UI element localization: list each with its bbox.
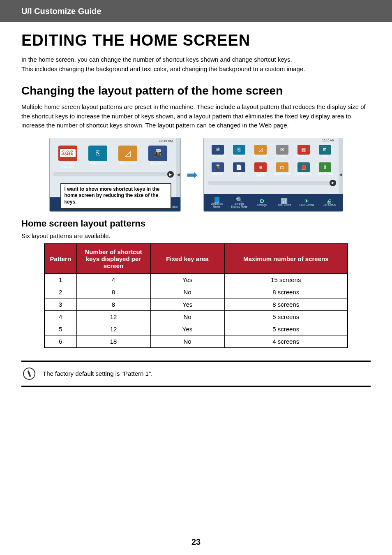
table-cell: 5 screens bbox=[224, 323, 348, 335]
content: EDITING THE HOME SCREEN In the home scre… bbox=[0, 32, 392, 387]
section-body: Multiple home screen layout patterns are… bbox=[21, 102, 371, 130]
table-cell: Yes bbox=[150, 298, 224, 310]
table-cell: No bbox=[150, 335, 224, 348]
mock-time: 10:15 AM bbox=[159, 139, 173, 143]
table-cell: 6 bbox=[44, 335, 76, 348]
shortcut-label: Easy Copy bbox=[233, 155, 245, 161]
bottom-enlarge: 🔍Enlarge Display Mode bbox=[230, 197, 248, 208]
intro-paragraph: In the home screen, you can change the n… bbox=[21, 55, 371, 74]
shortcut-label: CLOUD PORTAL bbox=[56, 162, 79, 169]
intro-line-1: In the home screen, you can change the n… bbox=[21, 56, 292, 63]
job-status-icon: 🖨 bbox=[326, 198, 332, 204]
table-row: 512Yes5 screens bbox=[44, 323, 348, 335]
page-number: 23 bbox=[0, 537, 392, 547]
mock-page-indicator bbox=[53, 172, 173, 176]
note-text: The factory default setting is "Pattern … bbox=[43, 370, 152, 377]
shortcut-easy-copy: ⎘ Easy Copy bbox=[86, 146, 109, 169]
table-row: 38Yes8 screens bbox=[44, 298, 348, 310]
table-row: 28No8 screens bbox=[44, 286, 348, 298]
page-heading: EDITING THE HOME SCREEN bbox=[21, 32, 371, 49]
shortcut-label: E-mail bbox=[278, 155, 286, 161]
shortcut-label: FTP/Desktop bbox=[210, 155, 226, 161]
shortcut-label: Easy Scan bbox=[120, 162, 136, 166]
easy-copy-icon: ⎘ bbox=[88, 146, 107, 161]
bottom-settings: ⚙Settings bbox=[253, 198, 271, 207]
page: U/I Customize Guide EDITING THE HOME SCR… bbox=[0, 0, 392, 555]
table-cell: 8 screens bbox=[224, 298, 348, 310]
section-heading: Changing the layout pattern of the home … bbox=[21, 84, 371, 97]
bottom-label: Job Status bbox=[323, 204, 336, 207]
ftp-icon: 🖥 bbox=[212, 145, 224, 155]
shortcut-label: CLOUD PORTAL bbox=[251, 173, 270, 178]
mock-time: 10:15 AM bbox=[322, 139, 334, 142]
note-pencil-icon bbox=[21, 365, 37, 381]
copy-icon: 🗎 bbox=[319, 145, 331, 155]
figure-row: 10:15 AM ◀ ≡CLOUD≡PORTAL CLOUD PORTAL ⎘ … bbox=[21, 138, 371, 212]
table-cell: 15 screens bbox=[224, 273, 348, 286]
easy-fax-icon: 📠 bbox=[212, 162, 224, 172]
table-cell: 1 bbox=[44, 273, 76, 286]
mock-home-screen-large: 10:15 AM ◀ ≡CLOUD≡PORTAL CLOUD PORTAL ⎘ … bbox=[49, 138, 181, 212]
shortcut-label: Easy Fax bbox=[151, 162, 164, 166]
shortcut-label: Copy bbox=[322, 155, 328, 161]
table-row: 618No4 screens bbox=[44, 335, 348, 348]
table-cell: 8 bbox=[76, 298, 150, 310]
patterns-intro: Six layout patterns are available. bbox=[21, 232, 371, 239]
shortcut-label: Scan to HDD bbox=[317, 173, 333, 178]
table-cell: 3 bbox=[44, 298, 76, 310]
shortcut-label: Network Folder bbox=[273, 173, 291, 178]
easy-scan-icon: ◿ bbox=[118, 146, 137, 161]
mock-icon-grid: 🖥FTP/Desktop ⎘Easy Copy ◿Easy Scan ✉E-ma… bbox=[204, 143, 343, 180]
email-icon: ✉ bbox=[276, 145, 288, 155]
table-cell: 2 bbox=[44, 286, 76, 298]
subsection-heading: Home screen layout patterns bbox=[21, 218, 371, 229]
easy-fax-icon: 📠 bbox=[148, 146, 167, 161]
shortcut-cloud-portal: ≡CLOUD≡PORTAL CLOUD PORTAL bbox=[56, 146, 79, 169]
table-row: 14Yes15 screens bbox=[44, 273, 348, 286]
bottom-label: Enlarge Display Mode bbox=[230, 203, 248, 208]
th-fixed: Fixed key area bbox=[150, 244, 224, 274]
table-cell: 12 bbox=[76, 323, 150, 335]
transition-arrow-icon: ➡ bbox=[187, 167, 198, 183]
table-cell: 4 bbox=[44, 310, 76, 323]
shortcut-label: Sharp OSA bbox=[297, 155, 311, 161]
mock-icon-row: ≡CLOUD≡PORTAL CLOUD PORTAL ⎘ Easy Copy ◿… bbox=[50, 144, 180, 170]
bottom-label: Operation Guide bbox=[208, 203, 226, 208]
layout-patterns-table: Pattern Number of shortcut keys displaye… bbox=[44, 243, 348, 348]
header-bar: U/I Customize Guide bbox=[0, 0, 392, 22]
table-cell: Yes bbox=[150, 323, 224, 335]
bottom-job-status: 🖨Job Status bbox=[320, 198, 338, 207]
shortcut-label: Easy Copy bbox=[90, 162, 106, 166]
th-max: Maximum number of screens bbox=[224, 244, 348, 274]
bottom-lcd-control: ☀LCD Control bbox=[298, 198, 316, 207]
table-cell: No bbox=[150, 310, 224, 323]
table-cell: Yes bbox=[150, 273, 224, 286]
shortcut-label: Easy Fax bbox=[212, 173, 223, 178]
lcd-icon: ☀ bbox=[304, 198, 309, 204]
table-cell: 12 bbox=[76, 310, 150, 323]
mock-bottom-bar: 📘Operation Guide 🔍Enlarge Display Mode ⚙… bbox=[204, 194, 343, 211]
shortcut-easy-scan: ◿ Easy Scan bbox=[116, 146, 139, 169]
easy-copy-icon: ⎘ bbox=[233, 145, 245, 155]
th-keys: Number of shortcut keys displayed per sc… bbox=[76, 244, 150, 274]
th-pattern: Pattern bbox=[44, 244, 76, 274]
table-cell: 5 bbox=[44, 323, 76, 335]
bottom-total-count: 🔢Total Count bbox=[275, 198, 293, 207]
bottom-label: Total Count bbox=[277, 204, 291, 207]
mock-page-indicator bbox=[208, 181, 335, 185]
callout-box: I want to show more shortcut keys in the… bbox=[60, 183, 171, 209]
network-folder-icon: 🗀 bbox=[276, 162, 288, 172]
cloud-portal-icon: ≡ bbox=[254, 162, 267, 172]
table-row: 412No5 screens bbox=[44, 310, 348, 323]
shortcut-label: Fax bbox=[237, 173, 242, 178]
bottom-label: LCD Control bbox=[300, 204, 314, 207]
table-cell: No bbox=[150, 286, 224, 298]
guide-icon: 📘 bbox=[213, 197, 220, 203]
mock-home-screen-small: 10:15 AM ◀ 🖥FTP/Desktop ⎘Easy Copy ◿Easy… bbox=[203, 138, 343, 212]
table-cell: 8 bbox=[76, 286, 150, 298]
shortcut-label: Address Book bbox=[295, 173, 312, 178]
header-title: U/I Customize Guide bbox=[21, 7, 101, 16]
sharp-osa-icon: ▦ bbox=[297, 145, 310, 155]
table-cell: 4 bbox=[76, 273, 150, 286]
shortcut-easy-fax: 📠 Easy Fax bbox=[146, 146, 169, 169]
